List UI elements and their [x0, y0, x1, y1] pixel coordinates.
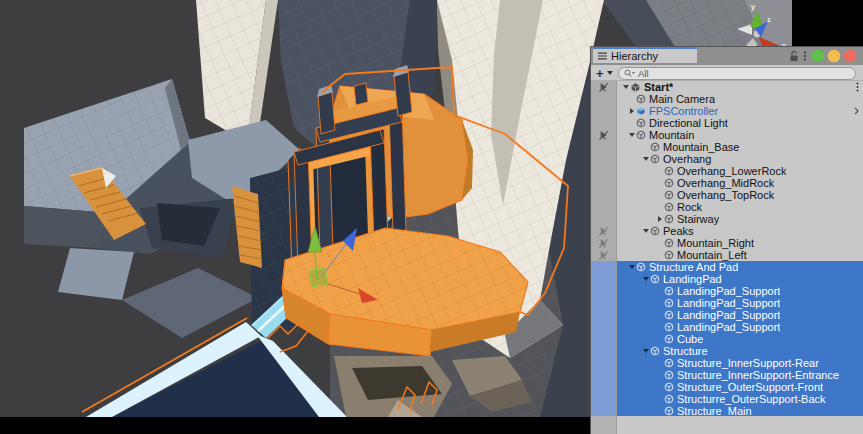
gameobject-icon [636, 130, 646, 140]
expand-arrow[interactable] [641, 229, 650, 233]
pick-toggle-icon[interactable] [598, 226, 609, 237]
hierarchy-row[interactable]: Overhang [591, 153, 863, 165]
hierarchy-row[interactable]: Stairway [591, 213, 863, 225]
hierarchy-row-selected[interactable]: Structurre_OuterSupport-Back [591, 393, 863, 405]
gameobject-icon [664, 322, 674, 332]
lock-icon[interactable] [789, 50, 799, 62]
pick-toggle-icon[interactable] [598, 238, 609, 249]
expand-arrow[interactable] [641, 349, 650, 353]
expand-arrow[interactable] [641, 157, 650, 161]
row-gutter[interactable] [591, 141, 617, 153]
hierarchy-row-selected[interactable]: Structure [591, 345, 863, 357]
row-gutter[interactable] [591, 189, 617, 201]
y-axis-label: y [751, 2, 756, 11]
row-label: LandingPad_Support [677, 309, 780, 321]
create-dropdown-arrow [607, 71, 613, 75]
pick-toggle-icon[interactable] [598, 250, 609, 261]
hierarchy-row[interactable]: Directional Light [591, 117, 863, 129]
row-gutter[interactable] [591, 309, 617, 321]
row-label: Stairway [677, 213, 719, 225]
row-label: Overhang_TopRock [677, 189, 774, 201]
row-gutter[interactable] [591, 369, 617, 381]
hierarchy-empty-area[interactable] [591, 416, 863, 434]
hierarchy-toolbar: + All [591, 65, 863, 81]
gameobject-icon [664, 406, 674, 416]
hierarchy-row-selected[interactable]: LandingPad_Support [591, 309, 863, 321]
row-gutter[interactable] [591, 297, 617, 309]
hierarchy-panel: Hierarchy + [590, 46, 863, 434]
row-gutter[interactable] [591, 153, 617, 165]
row-label: Peaks [663, 225, 694, 237]
expand-arrow[interactable] [627, 265, 636, 269]
gameobject-icon [664, 358, 674, 368]
expand-arrow[interactable] [621, 85, 630, 89]
expand-arrow[interactable] [627, 133, 636, 137]
scene-menu-icon[interactable] [856, 81, 859, 93]
panel-menu-icon[interactable] [803, 50, 807, 62]
gameobject-icon [664, 370, 674, 380]
row-gutter[interactable] [591, 165, 617, 177]
expand-arrow[interactable] [627, 108, 636, 114]
create-button[interactable]: + [596, 65, 613, 81]
hierarchy-row-selected[interactable]: Structure And Pad [591, 261, 863, 273]
row-gutter[interactable] [591, 261, 617, 273]
row-label: LandingPad_Support [677, 285, 780, 297]
gameobject-icon [664, 202, 674, 212]
row-gutter[interactable] [591, 249, 617, 261]
row-gutter[interactable] [591, 93, 617, 105]
tab-hierarchy[interactable]: Hierarchy [593, 47, 697, 63]
gameobject-icon [636, 118, 646, 128]
expand-arrow[interactable] [641, 277, 650, 281]
row-gutter[interactable] [591, 225, 617, 237]
row-gutter[interactable] [591, 81, 617, 93]
pick-toggle-icon[interactable] [598, 82, 609, 93]
hierarchy-row-selected[interactable]: LandingPad_Support [591, 297, 863, 309]
row-gutter[interactable] [591, 129, 617, 141]
row-label: LandingPad [663, 273, 722, 285]
hierarchy-row-selected[interactable]: Structure_InnerSupport-Rear [591, 357, 863, 369]
row-gutter[interactable] [591, 333, 617, 345]
row-gutter[interactable] [591, 273, 617, 285]
gameobject-icon [664, 214, 674, 224]
hierarchy-row[interactable]: Peaks [591, 225, 863, 237]
prefab-open-chevron[interactable] [854, 105, 859, 117]
hierarchy-row[interactable]: Mountain [591, 129, 863, 141]
hierarchy-row[interactable]: Overhang_LowerRock [591, 165, 863, 177]
gutter-footer [591, 416, 617, 434]
hierarchy-row[interactable]: Mountain_Right [591, 237, 863, 249]
hierarchy-row[interactable]: Overhang_TopRock [591, 189, 863, 201]
row-gutter[interactable] [591, 213, 617, 225]
window-button-yellow [828, 50, 841, 63]
hierarchy-row[interactable]: Overhang_MidRock [591, 177, 863, 189]
hierarchy-row[interactable]: Mountain_Left [591, 249, 863, 261]
row-label: Structure_InnerSupport-Entrance [677, 369, 839, 381]
hierarchy-row-prefab[interactable]: FPSController [591, 105, 863, 117]
pick-toggle-icon[interactable] [598, 130, 609, 141]
hierarchy-row-selected[interactable]: Structure_InnerSupport-Entrance [591, 369, 863, 381]
row-gutter[interactable] [591, 237, 617, 249]
hierarchy-row[interactable]: Mountain_Base [591, 141, 863, 153]
expand-arrow[interactable] [655, 216, 664, 222]
hierarchy-row[interactable]: Main Camera [591, 93, 863, 105]
row-gutter[interactable] [591, 105, 617, 117]
hierarchy-row-scene[interactable]: Start* [591, 81, 863, 93]
row-gutter[interactable] [591, 357, 617, 369]
hierarchy-row[interactable]: Rock [591, 201, 863, 213]
hierarchy-row-selected[interactable]: Cube [591, 333, 863, 345]
row-gutter[interactable] [591, 381, 617, 393]
row-gutter[interactable] [591, 393, 617, 405]
hierarchy-row-selected[interactable]: Structure_OuterSupport-Front [591, 381, 863, 393]
row-gutter[interactable] [591, 177, 617, 189]
hierarchy-row-selected[interactable]: LandingPad [591, 273, 863, 285]
row-gutter[interactable] [591, 117, 617, 129]
search-input[interactable]: All [618, 67, 856, 80]
window-button-green [812, 50, 825, 63]
row-gutter[interactable] [591, 285, 617, 297]
hierarchy-row-selected[interactable]: LandingPad_Support [591, 321, 863, 333]
row-gutter[interactable] [591, 345, 617, 357]
row-gutter[interactable] [591, 321, 617, 333]
row-gutter[interactable] [591, 201, 617, 213]
hierarchy-row-selected[interactable]: LandingPad_Support [591, 285, 863, 297]
gameobject-icon [650, 274, 660, 284]
window-buttons[interactable] [811, 49, 857, 63]
